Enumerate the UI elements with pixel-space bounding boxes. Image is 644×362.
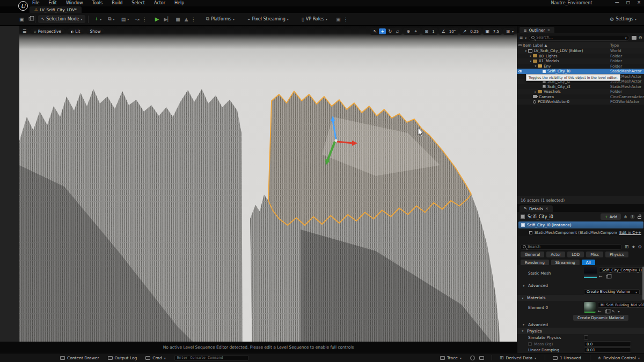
virtual-camera-icon[interactable]: ▣	[336, 17, 341, 22]
settings-button[interactable]: ⚙ Settings ▾	[606, 15, 640, 24]
chevron-right-icon[interactable]: ▸	[533, 90, 538, 93]
unsaved-button[interactable]: 1 Unsaved	[553, 356, 581, 360]
create-dynamic-material-button[interactable]: Create Dynamic Material	[573, 315, 628, 321]
grid-snap-button[interactable]: ⊞ 1	[422, 28, 437, 35]
blueprints-button[interactable]: ⧉ ▾	[105, 14, 118, 24]
menu-select[interactable]: Select	[131, 1, 145, 5]
materials-section-header[interactable]: ▾ Materials	[517, 295, 644, 301]
column-item-label[interactable]: Item Label ▲	[523, 43, 610, 48]
create-blocking-volume-button[interactable]: Create Blocking Volume ▾	[584, 289, 640, 295]
toolbar-overflow-2-icon[interactable]: ⋮	[341, 17, 351, 22]
menu-tools[interactable]: Tools	[92, 1, 103, 5]
scale-tool-icon[interactable]: ▱	[394, 28, 401, 34]
close-button[interactable]: ×	[637, 0, 641, 5]
maximize-button[interactable]: ▢	[626, 0, 631, 5]
outliner-row[interactable]: CameraCineCameraActor	[517, 94, 644, 100]
save-icon[interactable]: ▣	[19, 17, 24, 22]
details-search-input[interactable]	[528, 245, 619, 249]
console-command-input[interactable]	[174, 355, 248, 361]
cmd-button[interactable]: Cmd ▾	[145, 356, 165, 360]
outliner-settings-icon[interactable]: ⚙	[639, 35, 642, 40]
edit-material-icon[interactable]: ✎	[612, 309, 615, 314]
cinematics-button[interactable]: ▤ ▾	[118, 15, 133, 24]
import-icon[interactable]	[28, 17, 32, 22]
chevron-down-icon[interactable]: ▾	[529, 60, 533, 63]
details-tab-actor[interactable]: Actor	[546, 252, 565, 257]
filter-icon[interactable]: ☰	[519, 35, 523, 40]
outliner-row[interactable]: ▸VeachelsFolder	[517, 89, 644, 94]
minimize-button[interactable]: —	[615, 0, 619, 5]
outliner-row[interactable]: ▸00_LightsFolder	[517, 54, 644, 59]
sequencer-curves-icon[interactable]: ↝	[135, 17, 140, 22]
physics-section-header[interactable]: ▾ Physics	[517, 328, 644, 334]
browse-to-asset-icon[interactable]: ←	[599, 274, 603, 279]
close-icon[interactable]: ×	[545, 206, 548, 211]
unreal-logo-icon[interactable]: U	[18, 1, 28, 11]
material-thumbnail[interactable]	[584, 302, 596, 313]
outliner-row[interactable]: Scifi_City_i0StaticMeshActor	[517, 69, 644, 74]
chevron-right-icon[interactable]: ▸	[529, 54, 533, 57]
selection-mode-button[interactable]: ↖ Selection Mode ▾	[38, 15, 86, 23]
level-viewport[interactable]: ☰ ◇ Perspective ◐ Lit Show ↖ + ↻ ▱ ⊕ ⌖ ⊞…	[0, 26, 517, 353]
outliner-search[interactable]: ▾	[529, 35, 630, 41]
copy-asset-icon[interactable]	[605, 309, 608, 313]
mass-input[interactable]: 0.0	[584, 341, 631, 346]
column-type[interactable]: Type	[610, 43, 644, 48]
component-row-instance[interactable]: Scifi_City_i0 (Instance)	[518, 221, 643, 228]
menu-actor[interactable]: Actor	[154, 1, 165, 5]
viewport-layout-button[interactable]: ⊞ ▾	[503, 28, 515, 35]
static-mesh-thumbnail[interactable]	[584, 267, 597, 278]
outliner-row[interactable]: Scifi_City_i3StaticMeshActor	[517, 84, 644, 90]
add-actor-button[interactable]: + ▾	[91, 15, 105, 23]
tab-outliner[interactable]: ☰ Outliner ×	[519, 27, 554, 33]
copy-asset-icon[interactable]	[606, 275, 609, 278]
eject-button[interactable]: ▲	[185, 17, 188, 22]
derived-data-button[interactable]: ⊞ Derived Data ▾	[500, 355, 536, 360]
menu-help[interactable]: Help	[174, 1, 184, 5]
advanced-expander[interactable]: ▾ Advanced	[517, 283, 644, 289]
select-tool-icon[interactable]: ↖	[371, 28, 378, 34]
pixel-streaming-button[interactable]: ⌁ Pixel Streaming ▾	[244, 15, 292, 24]
outliner-search-input[interactable]	[536, 35, 624, 40]
surface-snap-icon[interactable]: ⌖	[412, 28, 419, 34]
lit-button[interactable]: ◐ Lit	[67, 28, 84, 34]
outliner-row[interactable]: PCGWorldActor0PCGWorldActor	[517, 99, 644, 105]
world-space-icon[interactable]: ⊕	[405, 28, 412, 34]
move-tool-icon[interactable]: +	[379, 28, 386, 34]
component-row-staticmesh[interactable]: StaticMeshComponent (StaticMeshComponent…	[517, 230, 644, 236]
content-drawer-button[interactable]: Content Drawer	[60, 356, 99, 360]
trace-store-icon[interactable]	[479, 356, 484, 360]
question-icon[interactable]: ?	[630, 215, 635, 219]
menu-build[interactable]: Build	[112, 1, 122, 5]
material-select[interactable]: MI_Scifi_Building_Mid_v012 ▾	[598, 302, 644, 308]
chevron-down-icon[interactable]: ▾	[524, 49, 528, 53]
rotation-snap-button[interactable]: ∠ 10°	[439, 28, 458, 35]
outliner-row[interactable]: ▾LV_Scifi_City_LDV (Editor)World	[517, 48, 644, 54]
details-tab-misc[interactable]: Misc	[586, 252, 603, 257]
toolbar-overflow-icon[interactable]: ⋮	[140, 17, 150, 22]
perspective-button[interactable]: ◇ Perspective	[30, 28, 65, 34]
lock-icon[interactable]	[638, 216, 641, 219]
level-tab[interactable]: ⚠ LV_Scifi_City_LDV*	[30, 6, 82, 13]
rotate-tool-icon[interactable]: ↻	[386, 28, 393, 34]
details-tab-general[interactable]: General	[521, 252, 544, 257]
output-log-button[interactable]: Output Log	[108, 356, 137, 360]
camera-speed-button[interactable]: ▣ 7.5	[483, 28, 502, 35]
menu-file[interactable]: File	[32, 1, 39, 5]
blueprint-hierarchy-icon[interactable]: ⋔	[624, 215, 627, 219]
display-filter-icon[interactable]: ⊞	[625, 244, 629, 249]
linear-damping-input[interactable]: 0.01	[584, 348, 631, 353]
outliner-row[interactable]: ▾01_ModelsFolder	[517, 58, 644, 64]
add-component-button[interactable]: + Add	[601, 213, 621, 220]
new-folder-icon[interactable]	[632, 36, 636, 40]
platforms-button[interactable]: ⧉ Platforms ▾	[203, 14, 238, 24]
browse-to-asset-icon[interactable]: ←	[598, 309, 602, 314]
details-search[interactable]	[520, 244, 622, 250]
show-button[interactable]: Show	[86, 28, 105, 34]
details-tab-physics[interactable]: Physics	[605, 252, 628, 257]
insights-icon[interactable]	[470, 356, 475, 360]
viewport-scene[interactable]	[0, 26, 517, 353]
chevron-down-icon[interactable]: ▾	[533, 64, 538, 68]
vp-roles-button[interactable]: ▯ VP Roles ▾	[298, 15, 331, 24]
details-settings-icon[interactable]: ⚙	[638, 245, 642, 249]
